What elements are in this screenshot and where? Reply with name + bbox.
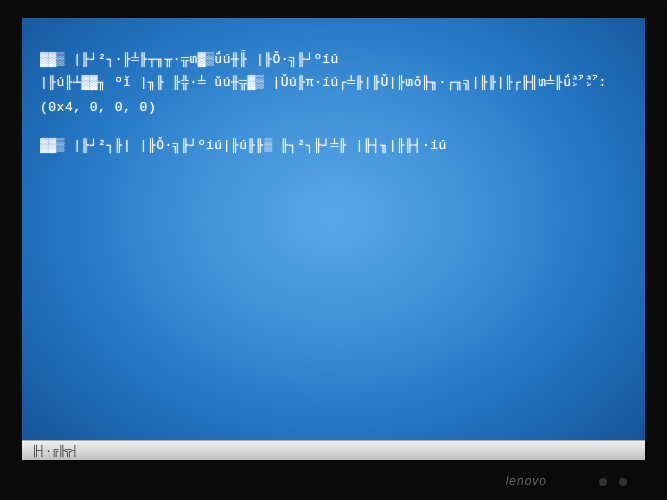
monitor-bezel: ▓▓▒ |╟┘²┐·╟╧╟┬╖╥·╦տ▓▒ǘú╫╟͛ |╟Ǒ·╗╟┘ºíú |╟…	[0, 0, 667, 500]
error-line-1: ▓▓▒ |╟┘²┐·╟╧╟┬╖╥·╦տ▓▒ǘú╫╟͛ |╟Ǒ·╗╟┘ºíú	[40, 50, 627, 71]
error-content: ▓▓▒ |╟┘²┐·╟╧╟┬╖╥·╦տ▓▒ǘú╫╟͛ |╟Ǒ·╗╟┘ºíú |╟…	[22, 18, 645, 157]
screen-area: ▓▓▒ |╟┘²┐·╟╧╟┬╖╥·╦տ▓▒ǘú╫╟͛ |╟Ǒ·╗╟┘ºíú |╟…	[22, 18, 645, 460]
error-code: (0x4, 0, 0, 0)	[40, 98, 627, 119]
taskbar-item: ╟┤·╔╟╦┤	[26, 445, 84, 457]
monitor-button-1	[599, 478, 607, 486]
monitor-button-2	[619, 478, 627, 486]
taskbar: ╟┤·╔╟╦┤	[22, 440, 645, 460]
monitor-brand-label: lenovo	[506, 474, 547, 488]
error-line-3: ▓▓▒ |╟┘²┐╟| |╟Ǒ·╗╟┘ºíú|╟ú╟╟▒ ╟┐²┐╟┘╧╟ |╟…	[40, 136, 627, 157]
error-line-2: |╟ú╟┴▓▓╖ ºǐ |╖╟ ╟╬·╧ ǔú╫╦▓▒ |Ǔú╟π·íú┌╧╟|…	[40, 73, 627, 94]
